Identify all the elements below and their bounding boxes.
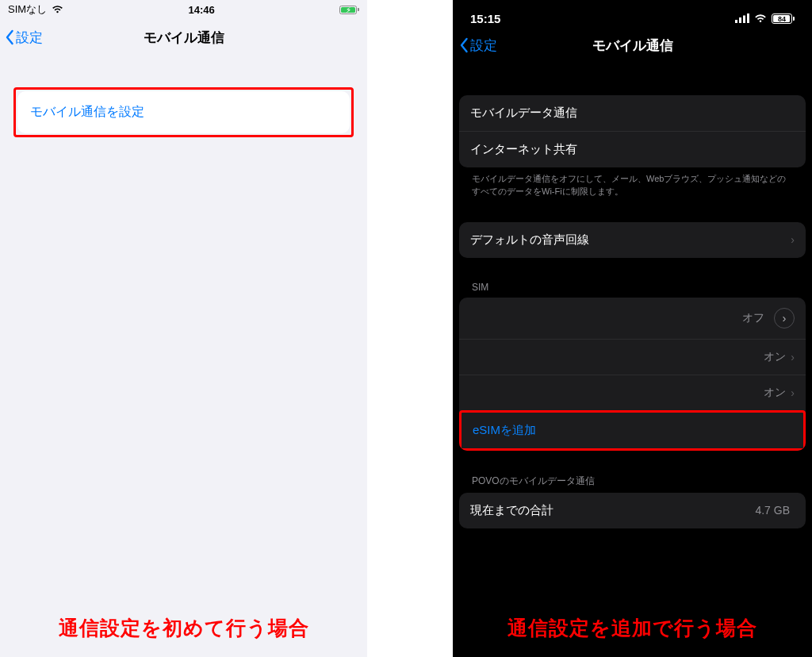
row-label: インターネット共有: [470, 142, 577, 157]
section-footer: モバイルデータ通信をオフにして、メール、Webブラウズ、プッシュ通知などのすべて…: [459, 167, 806, 198]
status-time: 15:15: [470, 12, 500, 25]
chevron-right-icon: ›: [791, 386, 795, 399]
row-value: オン: [764, 350, 791, 364]
svg-rect-0: [735, 20, 737, 23]
battery-icon: 84: [772, 13, 795, 24]
setup-cellular-button[interactable]: モバイル通信を設定: [17, 91, 350, 133]
layout-gap: [367, 0, 453, 657]
svg-rect-2: [743, 16, 745, 24]
phone-screen-light: SIMなし 14:46 ⚡︎ 設定 モバイル通信 モバイル通信を設定 通信設定を…: [0, 0, 367, 657]
section-header: SIM: [459, 282, 806, 298]
svg-rect-1: [739, 17, 741, 23]
dynamic-island: [589, 5, 676, 24]
nav-bar: 設定 モバイル通信: [453, 27, 812, 63]
section-header: POVOのモバイルデータ通信: [459, 474, 806, 493]
row-cellular-data[interactable]: モバイルデータ通信: [459, 95, 806, 131]
row-label: デフォルトの音声回線: [470, 232, 589, 248]
row-personal-hotspot[interactable]: インターネット共有: [459, 131, 806, 167]
nav-bar: 設定 モバイル通信: [0, 19, 367, 56]
wifi-icon: [52, 4, 63, 16]
section-sim: SIM オフ › オン › オン › eSIMを追加: [459, 282, 806, 451]
row-sim-1[interactable]: オフ ›: [459, 298, 806, 339]
row-default-voice-line[interactable]: デフォルトの音声回線 ›: [459, 222, 806, 258]
phone-screen-dark: 15:15 84 設定 モバイル通信 モバイルデータ通信: [453, 0, 812, 657]
status-bar: SIMなし 14:46 ⚡︎: [0, 0, 367, 19]
annotation-caption: 通信設定を追加で行う場合: [453, 615, 812, 641]
nav-title: モバイル通信: [0, 29, 367, 47]
info-disclosure-icon[interactable]: ›: [774, 308, 795, 328]
wifi-icon: [754, 12, 767, 25]
row-value: オン: [764, 386, 791, 400]
row-sim-2[interactable]: オン ›: [459, 339, 806, 375]
battery-icon: ⚡︎: [339, 6, 359, 14]
status-time: 14:46: [188, 4, 214, 16]
cellular-signal-icon: [735, 12, 749, 25]
nav-title: モバイル通信: [453, 36, 812, 55]
battery-percent: 84: [778, 15, 786, 23]
chevron-right-icon: ›: [791, 351, 795, 363]
row-value: 4.7 GB: [755, 504, 795, 517]
row-label: 現在までの合計: [470, 503, 553, 518]
row-sim-3[interactable]: オン ›: [459, 375, 806, 410]
annotation-caption: 通信設定を初めて行う場合: [0, 615, 367, 641]
section-default-voice: デフォルトの音声回線 ›: [459, 222, 806, 258]
add-esim-button[interactable]: eSIMを追加: [462, 413, 803, 448]
section-cellular-data: モバイルデータ通信 インターネット共有 モバイルデータ通信をオフにして、メール、…: [459, 95, 806, 198]
row-label: モバイルデータ通信: [470, 106, 577, 121]
status-sim-text: SIMなし: [8, 2, 47, 17]
annotation-highlight: eSIMを追加: [459, 410, 806, 451]
content-scroll[interactable]: モバイルデータ通信 インターネット共有 モバイルデータ通信をオフにして、メール、…: [453, 63, 812, 657]
annotation-highlight: モバイル通信を設定: [13, 87, 354, 137]
svg-rect-3: [747, 13, 749, 23]
chevron-right-icon: ›: [791, 233, 795, 246]
status-bar: 15:15 84: [453, 0, 812, 27]
row-current-period[interactable]: 現在までの合計 4.7 GB: [459, 493, 806, 528]
row-value: オフ: [742, 311, 769, 325]
section-cellular-usage: POVOのモバイルデータ通信 現在までの合計 4.7 GB: [459, 474, 806, 528]
